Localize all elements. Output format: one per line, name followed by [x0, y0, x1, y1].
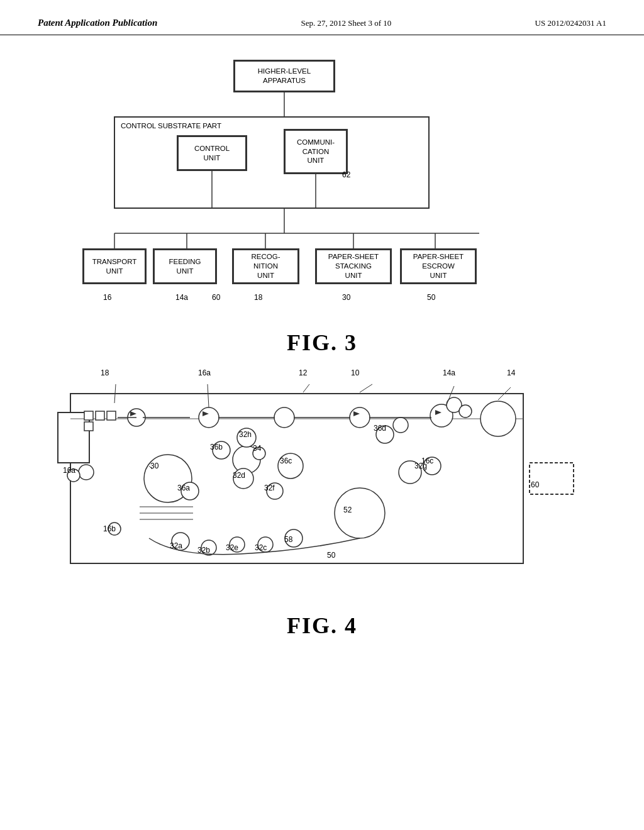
recognition-unit-box: RECOG- NITION UNIT: [233, 249, 299, 284]
fig4-svg: [52, 368, 592, 601]
ref-fig4-34: 34: [253, 444, 261, 453]
ref-60: 60: [212, 293, 220, 302]
ref-16: 16: [103, 293, 111, 302]
ref-fig4-36d: 36d: [374, 424, 386, 433]
fig3-label: FIG. 3: [38, 329, 606, 356]
svg-point-52: [393, 418, 408, 433]
main-content: HIGHER-LEVEL APPARATUS CONTROL SUBSTRATE…: [0, 35, 644, 658]
ref-fig4-32b: 32b: [197, 546, 210, 555]
higher-level-box: HIGHER-LEVEL APPARATUS: [234, 60, 335, 92]
ref-fig4-36a: 36a: [177, 484, 190, 492]
ref-50: 50: [427, 293, 435, 302]
svg-point-24: [480, 401, 516, 436]
ref-fig4-32h: 32h: [239, 430, 252, 439]
ref-fig4-50: 50: [327, 551, 335, 560]
ref-fig4-32d: 32d: [233, 471, 245, 480]
ref-fig4-32c: 32c: [255, 543, 267, 552]
svg-point-49: [335, 488, 385, 538]
ref-fig4-18: 18: [101, 368, 109, 377]
svg-line-65: [360, 384, 372, 392]
page-header: Patent Application Publication Sep. 27, …: [0, 0, 644, 35]
fig3-diagram: HIGHER-LEVEL APPARATUS CONTROL SUBSTRATE…: [52, 54, 592, 324]
svg-rect-34: [107, 411, 116, 420]
svg-point-29: [274, 407, 294, 428]
transport-unit-box: TRANSPORT UNIT: [83, 249, 146, 284]
ref-fig4-30: 30: [150, 462, 158, 470]
ref-14a: 14a: [175, 293, 188, 302]
ref-fig4-14a: 14a: [443, 368, 455, 377]
header-publication-type: Patent Application Publication: [38, 18, 157, 28]
ref-fig4-52: 52: [343, 506, 352, 514]
fig4-diagram: 18 16a 12 10 14a 14 30 16a 36b 32h 34 32…: [52, 368, 592, 607]
ref-fig4-16c: 16c: [421, 456, 433, 465]
ref-30: 30: [342, 293, 350, 302]
ref-fig4-58: 58: [284, 535, 292, 544]
communication-unit-box: COMMUNI- CATION UNIT: [284, 130, 347, 174]
svg-rect-22: [530, 463, 574, 494]
svg-point-30: [199, 407, 219, 428]
ref-fig4-16b: 16b: [103, 524, 116, 533]
svg-rect-33: [96, 411, 104, 420]
header-date-sheet: Sep. 27, 2012 Sheet 3 of 10: [301, 18, 392, 28]
ref-18: 18: [254, 293, 262, 302]
ref-fig4-12: 12: [299, 368, 307, 377]
ref-fig4-14: 14: [507, 368, 515, 377]
escrow-unit-box: PAPER-SHEET ESCROW UNIT: [401, 249, 476, 284]
svg-rect-35: [84, 422, 93, 431]
stacking-unit-box: PAPER-SHEET STACKING UNIT: [316, 249, 391, 284]
svg-point-28: [350, 407, 370, 428]
control-substrate-box: CONTROL SUBSTRATE PART: [114, 117, 429, 208]
ref-fig4-36b: 36b: [210, 443, 223, 451]
svg-point-27: [459, 405, 472, 418]
header-patent-number: US 2012/0242031 A1: [535, 18, 606, 28]
ref-fig4-16a: 16a: [198, 368, 211, 377]
feeding-unit-box: FEEDING UNIT: [153, 249, 216, 284]
svg-rect-32: [84, 411, 93, 420]
control-unit-box: CONTROL UNIT: [177, 136, 247, 170]
ref-fig4-32e: 32e: [226, 543, 238, 552]
ref-62: 62: [342, 170, 350, 179]
ref-fig4-10: 10: [351, 368, 359, 377]
ref-fig4-36c: 36c: [280, 456, 292, 465]
ref-fig4-32f: 32f: [264, 484, 275, 492]
ref-fig4-32a: 32a: [170, 541, 182, 550]
ref-fig4-60: 60: [531, 480, 539, 489]
svg-line-66: [303, 384, 309, 392]
ref-fig4-16a2: 16a: [63, 466, 75, 475]
fig4-label: FIG. 4: [38, 612, 606, 639]
svg-point-55: [79, 465, 94, 480]
